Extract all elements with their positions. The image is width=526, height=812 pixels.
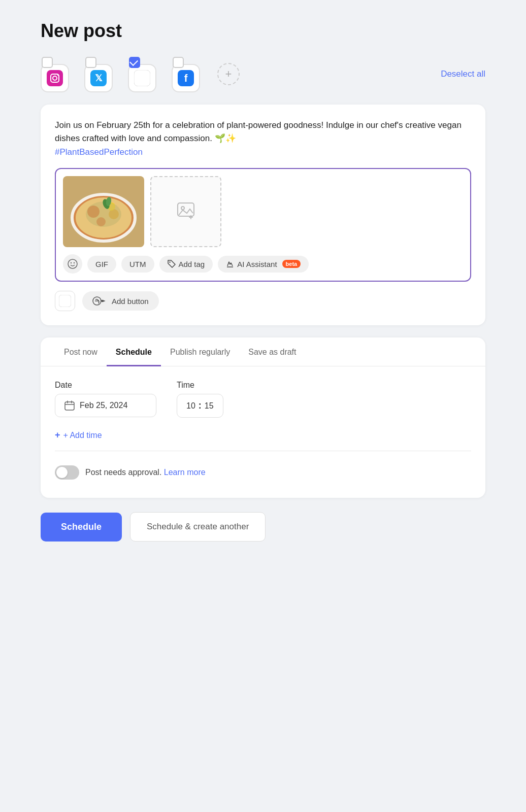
beta-badge: beta: [282, 260, 301, 268]
social-accounts-row: 𝕏 🏢 f + Deselect all: [41, 56, 485, 92]
google-checkbox[interactable]: [129, 57, 140, 68]
svg-point-25: [68, 259, 77, 268]
schedule-card: Post now Schedule Publish regularly Save…: [41, 337, 485, 498]
time-picker[interactable]: 10 : 15: [177, 394, 223, 418]
svg-point-22: [181, 207, 184, 210]
instagram-icon-wrap: [41, 64, 69, 92]
google-icon-wrap: 🏢: [128, 64, 156, 92]
facebook-icon-wrap: f: [172, 64, 200, 92]
time-label: Time: [177, 381, 223, 390]
media-tools-row: GIF UTM Add tag AI Assistant beta: [63, 254, 463, 274]
facebook-checkbox[interactable]: [173, 57, 184, 68]
page-title: New post: [41, 20, 485, 42]
add-time-icon: +: [55, 430, 60, 441]
add-time-button[interactable]: + + Add time: [55, 430, 102, 441]
action-buttons-row: Schedule Schedule & create another: [41, 512, 485, 542]
post-body-text: Join us on February 25th for a celebrati…: [55, 120, 462, 143]
svg-rect-35: [65, 402, 74, 410]
time-separator: :: [199, 400, 202, 411]
social-account-twitter[interactable]: 𝕏: [84, 56, 121, 92]
google-business-icon: 🏢: [55, 291, 75, 311]
date-picker[interactable]: Feb 25, 2024: [55, 394, 156, 417]
tab-publish-regularly[interactable]: Publish regularly: [161, 337, 239, 366]
time-field-group: Time 10 : 15: [177, 381, 223, 418]
toggle-knob: [56, 467, 68, 478]
add-button-cta[interactable]: Add button: [82, 291, 159, 311]
instagram-checkbox[interactable]: [42, 57, 53, 68]
emoji-button[interactable]: [63, 254, 82, 274]
tab-schedule[interactable]: Schedule: [107, 337, 161, 366]
svg-point-27: [74, 262, 75, 263]
ai-assistant-button[interactable]: AI Assistant beta: [218, 256, 309, 273]
svg-point-26: [71, 262, 72, 263]
tab-save-as-draft[interactable]: Save as draft: [239, 337, 305, 366]
learn-more-link[interactable]: Learn more: [164, 468, 206, 477]
tabs-row: Post now Schedule Publish regularly Save…: [41, 337, 485, 366]
svg-text:𝕏: 𝕏: [95, 73, 103, 83]
svg-rect-30: [59, 295, 71, 307]
schedule-tab-content: Date Feb 25, 2024 Time 10 : 15: [41, 366, 485, 498]
add-media-button[interactable]: [150, 176, 221, 247]
schedule-button[interactable]: Schedule: [41, 513, 122, 542]
time-hours[interactable]: 10: [186, 401, 195, 411]
deselect-all-button[interactable]: Deselect all: [441, 69, 485, 79]
media-area: GIF UTM Add tag AI Assistant beta: [55, 168, 471, 282]
divider: [55, 451, 471, 451]
social-account-google[interactable]: 🏢: [128, 56, 165, 92]
time-minutes[interactable]: 15: [205, 401, 214, 411]
add-account-button[interactable]: +: [217, 63, 240, 85]
approval-toggle[interactable]: [55, 465, 79, 480]
date-field-group: Date Feb 25, 2024: [55, 381, 156, 417]
media-thumbnails: [63, 176, 463, 247]
post-editor-card: Join us on February 25th for a celebrati…: [41, 105, 485, 325]
schedule-create-another-button[interactable]: Schedule & create another: [130, 512, 266, 542]
svg-point-3: [57, 75, 58, 76]
add-button-row: 🏢 Add button: [55, 291, 471, 311]
utm-button[interactable]: UTM: [121, 256, 154, 273]
twitter-icon-wrap: 𝕏: [84, 64, 113, 92]
post-hashtag: #PlantBasedPerfection: [55, 147, 143, 157]
svg-text:f: f: [184, 73, 188, 84]
date-time-row: Date Feb 25, 2024 Time 10 : 15: [55, 381, 471, 418]
svg-point-28: [169, 261, 170, 262]
svg-rect-6: [134, 70, 150, 86]
post-text[interactable]: Join us on February 25th for a celebrati…: [55, 119, 471, 159]
media-thumbnail-1[interactable]: [63, 176, 144, 247]
approval-text: Post needs approval. Learn more: [85, 468, 206, 477]
twitter-checkbox[interactable]: [85, 57, 96, 68]
add-media-icon: [177, 201, 195, 223]
svg-rect-0: [47, 70, 63, 86]
approval-row: Post needs approval. Learn more: [55, 461, 471, 484]
add-tag-button[interactable]: Add tag: [159, 256, 213, 273]
social-account-facebook[interactable]: f: [172, 56, 208, 92]
gif-button[interactable]: GIF: [87, 256, 116, 273]
date-label: Date: [55, 381, 156, 390]
social-account-instagram[interactable]: [41, 56, 77, 92]
tab-post-now[interactable]: Post now: [55, 337, 107, 366]
date-value: Feb 25, 2024: [80, 401, 127, 410]
